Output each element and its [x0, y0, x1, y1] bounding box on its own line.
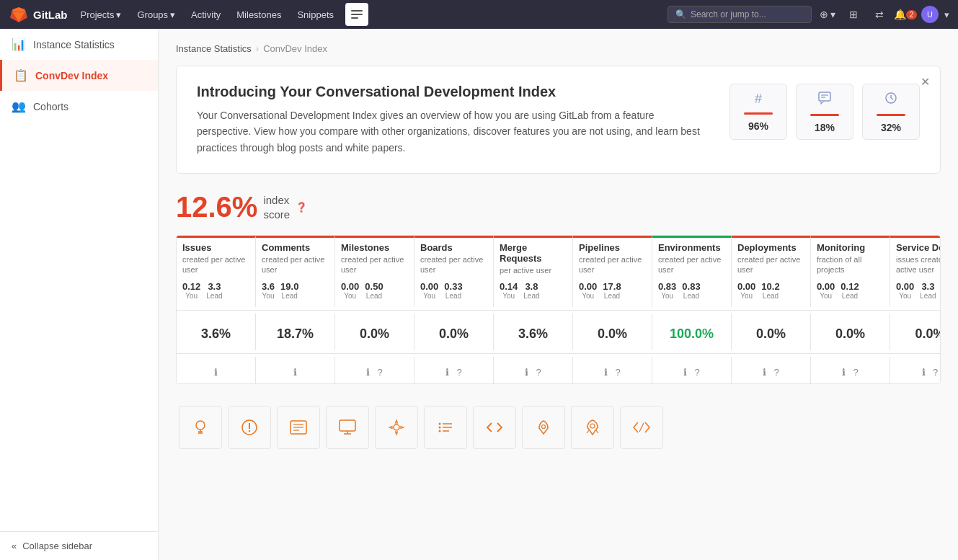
feature-icon-3[interactable]: [326, 406, 369, 449]
user-menu-arrow[interactable]: ▾: [944, 9, 949, 20]
index-score-help-icon[interactable]: ❓: [296, 202, 307, 213]
metric-lead-label-3: Lead: [445, 292, 461, 300]
gitlab-logo[interactable]: GitLab: [9, 4, 68, 25]
metric-footer-icons-6: ℹ?: [658, 367, 725, 378]
metric-you-label-0: You: [185, 292, 198, 300]
metric-info-icon-6[interactable]: ℹ: [683, 367, 687, 378]
metric-info-icon-3[interactable]: ℹ: [445, 367, 449, 378]
feature-icon-0[interactable]: [179, 406, 222, 449]
mini-card-bar-1: [810, 114, 839, 116]
metric-footer-cell-5: ℹ?: [573, 357, 652, 383]
metric-info-icon-2[interactable]: ℹ: [366, 367, 370, 378]
metric-info-icon-7[interactable]: ℹ: [763, 367, 766, 378]
layout-icon[interactable]: ⊞: [843, 4, 864, 25]
metrics-footer-row: ℹℹℹ?ℹ?ℹ?ℹ?ℹ?ℹ?ℹ?ℹ?: [177, 357, 940, 383]
metric-lead-group-9: 3.3Lead: [920, 281, 936, 300]
metric-question-icon-9[interactable]: ?: [933, 367, 938, 378]
feature-icon-5[interactable]: [424, 406, 467, 449]
search-box[interactable]: 🔍 Search or jump to...: [668, 6, 812, 23]
metric-percent-value-8: 0.0%: [817, 326, 884, 342]
metric-values-3: 0.00You0.33Lead: [420, 281, 487, 300]
breadcrumb-parent[interactable]: Instance Statistics: [176, 43, 252, 54]
metric-you-group-5: 0.00You: [579, 281, 597, 300]
metric-you-value-1: 3.6: [262, 281, 275, 292]
feature-icon-9[interactable]: [620, 406, 663, 449]
metric-you-group-4: 0.14You: [500, 281, 518, 300]
active-page-icon[interactable]: [345, 3, 368, 26]
mini-card-2: 32%: [862, 84, 920, 140]
metric-info-icon-0[interactable]: ℹ: [214, 367, 218, 378]
close-intro-button[interactable]: ✕: [921, 75, 930, 89]
plus-menu[interactable]: ⊕ ▾: [817, 4, 838, 25]
metric-question-icon-8[interactable]: ?: [853, 367, 858, 378]
metric-question-icon-4[interactable]: ?: [536, 367, 541, 378]
merge-requests-icon[interactable]: ⇄: [869, 4, 890, 25]
metric-question-icon-5[interactable]: ?: [615, 367, 620, 378]
metric-percent-cell-1: 18.7%: [256, 314, 335, 350]
metric-cell-8: Monitoringfraction of all projects0.00Yo…: [811, 236, 890, 307]
breadcrumb-separator: ›: [256, 43, 259, 54]
intro-title: Introducing Your Conversational Developm…: [197, 84, 706, 100]
metric-percent-cell-0: 3.6%: [177, 314, 256, 350]
metric-info-icon-8[interactable]: ℹ: [842, 367, 846, 378]
metric-info-icon-5[interactable]: ℹ: [604, 367, 608, 378]
feature-icon-1[interactable]: [228, 406, 271, 449]
sidebar-item-convdev-index[interactable]: 📋 ConvDev Index: [0, 60, 158, 91]
metric-title-5: Pipelines: [579, 242, 646, 253]
svg-rect-0: [351, 10, 363, 12]
snippets-link[interactable]: Snippets: [290, 6, 341, 23]
feature-icon-2[interactable]: [277, 406, 320, 449]
collapse-icon: «: [12, 541, 17, 551]
metric-you-label-2: You: [344, 292, 356, 300]
groups-menu[interactable]: Groups ▾: [130, 6, 182, 23]
metric-question-icon-7[interactable]: ?: [773, 367, 779, 378]
sidebar-item-instance-statistics[interactable]: 📊 Instance Statistics: [0, 29, 158, 60]
metric-lead-group-1: 19.0Lead: [280, 281, 298, 300]
metric-cell-9: Service Deskissues created per active us…: [890, 236, 941, 307]
metric-title-3: Boards: [420, 242, 487, 253]
feature-icon-6[interactable]: [473, 406, 516, 449]
metric-you-label-7: You: [740, 292, 753, 300]
feature-icon-7[interactable]: [522, 406, 565, 449]
sidebar-item-cohorts[interactable]: 👥 Cohorts: [0, 91, 158, 122]
metric-question-icon-2[interactable]: ?: [377, 367, 382, 378]
convdev-icon: 📋: [14, 68, 28, 82]
metric-percent-value-3: 0.0%: [420, 326, 487, 342]
metric-footer-cell-4: ℹ?: [494, 357, 573, 383]
metric-footer-cell-0: ℹ: [177, 357, 256, 383]
activity-link[interactable]: Activity: [184, 6, 228, 23]
metric-info-icon-9[interactable]: ℹ: [922, 367, 926, 378]
metric-lead-group-3: 0.33Lead: [444, 281, 462, 300]
metric-title-9: Service Desk: [896, 242, 941, 253]
feature-icon-4[interactable]: [375, 406, 418, 449]
metric-lead-value-5: 17.8: [603, 281, 621, 292]
metric-you-value-6: 0.83: [658, 281, 676, 292]
metric-lead-group-4: 3.8Lead: [523, 281, 539, 300]
metric-info-icon-4[interactable]: ℹ: [525, 367, 528, 378]
svg-rect-1: [351, 14, 363, 15]
metric-you-value-4: 0.14: [500, 281, 518, 292]
metric-percent-value-1: 18.7%: [262, 326, 329, 342]
metric-lead-group-2: 0.50Lead: [365, 281, 383, 300]
collapse-sidebar-button[interactable]: « Collapse sidebar: [0, 531, 158, 560]
metric-question-icon-6[interactable]: ?: [694, 367, 699, 378]
notifications-icon[interactable]: 🔔 2: [895, 4, 915, 25]
metric-you-label-9: You: [899, 292, 911, 300]
mini-card-pct-2: 32%: [881, 122, 901, 133]
metric-footer-icons-8: ℹ?: [817, 367, 884, 378]
index-score-label: index score: [263, 193, 290, 221]
mini-card-1: 18%: [796, 84, 853, 140]
metric-you-value-7: 0.00: [737, 281, 755, 292]
svg-rect-3: [819, 92, 830, 101]
mini-card-pct-0: 96%: [748, 120, 768, 132]
metric-subtitle-7: created per active user: [737, 254, 804, 275]
top-nav-right: 🔍 Search or jump to... ⊕ ▾ ⊞ ⇄ 🔔 2 U ▾: [668, 4, 949, 25]
metric-question-icon-3[interactable]: ?: [456, 367, 461, 378]
projects-menu[interactable]: Projects ▾: [74, 6, 129, 23]
metric-lead-value-6: 0.83: [682, 281, 700, 292]
feature-icon-8[interactable]: [571, 406, 614, 449]
metric-percent-cell-3: 0.0%: [414, 314, 494, 350]
user-avatar[interactable]: U: [921, 6, 939, 23]
milestones-link[interactable]: Milestones: [229, 6, 288, 23]
metric-info-icon-1[interactable]: ℹ: [293, 367, 297, 378]
